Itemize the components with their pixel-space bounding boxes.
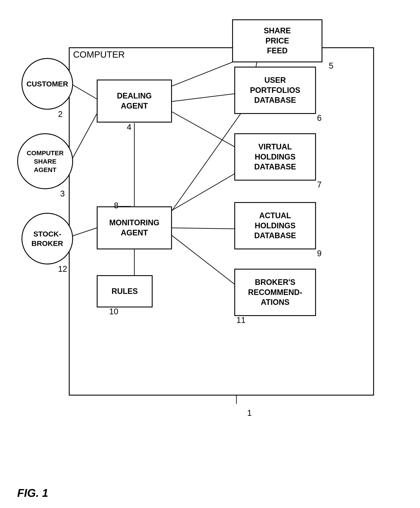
computer-share-agent-label: COMPUTER SHARE AGENT [27, 149, 64, 174]
brokers-recommendations-number: 11 [236, 316, 245, 325]
figure-label: FIG. 1 [17, 486, 48, 499]
virtual-holdings-number: 7 [317, 180, 322, 189]
share-price-feed-box: SHARE PRICE FEED [232, 19, 322, 62]
dealing-agent-label: DEALING AGENT [117, 91, 152, 111]
virtual-holdings-label: VIRTUAL HOLDINGS DATABASE [254, 142, 296, 172]
stockbroker-circle: STOCK- BROKER [22, 213, 73, 264]
share-price-feed-label: SHARE PRICE FEED [264, 26, 291, 56]
rules-box: RULES [97, 275, 153, 307]
rules-number: 10 [109, 307, 118, 316]
stockbroker-label: STOCK- BROKER [31, 229, 63, 248]
customer-circle: CUSTOMER [22, 58, 73, 110]
customer-number: 2 [58, 110, 63, 119]
customer-label: CUSTOMER [26, 79, 68, 89]
share-price-feed-number: 5 [329, 61, 333, 70]
rules-label: RULES [111, 286, 138, 297]
user-portfolios-label: USER PORTFOLIOS DATABASE [250, 75, 300, 105]
actual-holdings-box: ACTUAL HOLDINGS DATABASE [234, 202, 316, 249]
brokers-recommendations-label: BROKER'S RECOMMEND- ATIONS [248, 277, 302, 307]
actual-holdings-number: 9 [317, 249, 322, 258]
monitoring-agent-box: MONITORING AGENT [97, 206, 172, 249]
dealing-agent-number: 4 [127, 123, 131, 132]
user-portfolios-number: 6 [317, 113, 322, 123]
computer-share-agent-number: 3 [60, 189, 65, 198]
stockbroker-number: 12 [58, 264, 67, 274]
actual-holdings-label: ACTUAL HOLDINGS DATABASE [254, 211, 296, 241]
virtual-holdings-box: VIRTUAL HOLDINGS DATABASE [234, 133, 316, 181]
dealing-agent-box: DEALING AGENT [97, 80, 172, 123]
user-portfolios-box: USER PORTFOLIOS DATABASE [234, 67, 316, 114]
computer-box-number: 1 [247, 409, 252, 418]
computer-share-agent-circle: COMPUTER SHARE AGENT [17, 133, 73, 189]
monitoring-agent-number: 8 [114, 201, 118, 210]
brokers-recommendations-box: BROKER'S RECOMMEND- ATIONS [234, 269, 316, 316]
monitoring-agent-label: MONITORING AGENT [109, 218, 159, 238]
